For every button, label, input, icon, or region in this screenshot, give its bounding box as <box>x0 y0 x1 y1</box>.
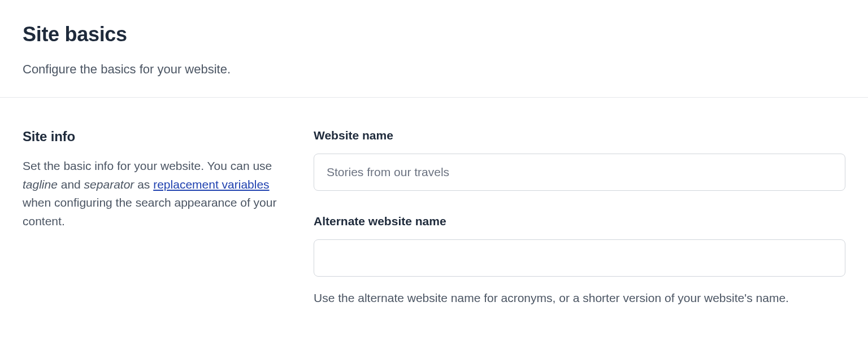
alternate-name-group: Alternate website name Use the alternate… <box>314 215 845 307</box>
form-panel: Website name Alternate website name Use … <box>314 129 845 331</box>
section-heading-site-info: Site info <box>23 129 280 145</box>
alternate-name-label: Alternate website name <box>314 215 845 228</box>
replacement-variables-link[interactable]: replacement variables <box>153 178 269 191</box>
page-header: Site basics Configure the basics for you… <box>0 0 868 98</box>
website-name-input[interactable] <box>314 154 845 191</box>
page-subtitle: Configure the basics for your website. <box>23 62 845 77</box>
alternate-name-help: Use the alternate website name for acron… <box>314 289 845 307</box>
desc-and: and <box>58 178 84 191</box>
alternate-name-input[interactable] <box>314 239 845 277</box>
desc-as: as <box>134 178 153 191</box>
content-area: Site info Set the basic info for your we… <box>0 98 868 341</box>
desc-text-2: when configuring the search appearance o… <box>23 196 276 228</box>
section-sidebar: Site info Set the basic info for your we… <box>23 129 280 331</box>
page-title: Site basics <box>23 23 845 46</box>
website-name-group: Website name <box>314 129 845 191</box>
section-description: Set the basic info for your website. You… <box>23 157 280 230</box>
desc-text-1: Set the basic info for your website. You… <box>23 159 272 172</box>
tagline-var: tagline <box>23 178 58 191</box>
separator-var: separator <box>84 178 134 191</box>
website-name-label: Website name <box>314 129 845 142</box>
